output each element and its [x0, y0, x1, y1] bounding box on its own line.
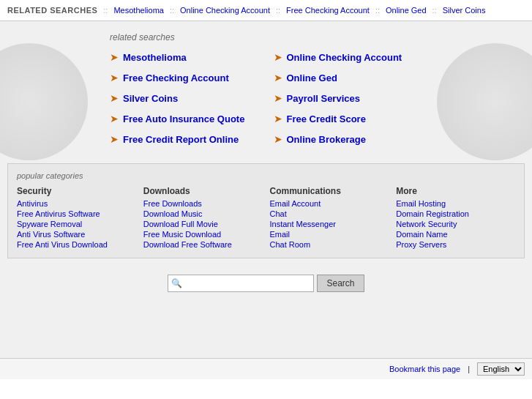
sep2: ::	[170, 6, 174, 15]
search-link-free-checking[interactable]: Free Checking Account	[123, 72, 229, 83]
sep4: ::	[375, 6, 380, 15]
cat-link[interactable]: Proxy Servers	[396, 240, 515, 249]
sep5: ::	[432, 6, 437, 15]
list-item: ➤ Free Credit Report Online	[110, 133, 259, 145]
list-item: ➤ Mesothelioma	[110, 51, 259, 63]
list-item: ➤ Online Ged	[274, 72, 423, 83]
search-link-online-ged[interactable]: Online Ged	[287, 72, 337, 83]
categories-grid: Security Antivirus Free Antivirus Softwa…	[17, 186, 515, 250]
sep3: ::	[276, 6, 280, 15]
search-link-payroll-services[interactable]: Payroll Services	[287, 93, 360, 104]
cat-link[interactable]: Free Anti Virus Download	[17, 240, 136, 249]
cat-link[interactable]: Download Full Movie	[143, 220, 263, 228]
arrow-icon: ➤	[110, 51, 119, 63]
separator: |	[468, 365, 470, 373]
arrow-icon: ➤	[274, 113, 282, 124]
list-item: ➤ Silver Coins	[110, 92, 259, 104]
search-link-auto-insurance[interactable]: Free Auto Insurance Quote	[123, 113, 244, 124]
category-title-more: More	[396, 186, 515, 196]
search-bar: 🔍 Search	[0, 266, 532, 301]
search-link-mesothelioma[interactable]: Mesothelioma	[123, 52, 187, 63]
cat-link[interactable]: Free Music Download	[143, 230, 263, 239]
list-item: ➤ Free Auto Insurance Quote	[110, 113, 259, 124]
related-searches-section: related searches ➤ Mesothelioma ➤ Online…	[0, 21, 532, 152]
cat-link[interactable]: Chat Room	[270, 240, 389, 249]
topbar-link-3[interactable]: Online Ged	[386, 6, 427, 15]
cat-link[interactable]: Email Hosting	[396, 199, 515, 208]
arrow-icon: ➤	[274, 133, 282, 145]
search-icon: 🔍	[171, 278, 182, 288]
search-link-online-brokerage[interactable]: Online Brokerage	[287, 134, 366, 145]
bookmark-link[interactable]: Bookmark this page	[389, 365, 460, 373]
arrow-icon: ➤	[110, 72, 119, 83]
search-button[interactable]: Search	[317, 275, 364, 292]
bottom-bar: Bookmark this page | English	[0, 358, 532, 379]
cat-link[interactable]: Email Account	[270, 199, 389, 208]
cat-link[interactable]: Antivirus	[17, 199, 136, 208]
category-col-downloads: Downloads Free Downloads Download Music …	[143, 186, 263, 250]
search-link-free-credit-score[interactable]: Free Credit Score	[287, 113, 366, 124]
arrow-icon: ➤	[274, 51, 282, 63]
arrow-icon: ➤	[274, 72, 282, 83]
topbar-link-2[interactable]: Free Checking Account	[286, 6, 370, 15]
topbar-link-4[interactable]: Silver Coins	[443, 6, 486, 15]
search-links-grid: ➤ Mesothelioma ➤ Online Checking Account…	[110, 51, 422, 145]
language-select[interactable]: English	[477, 362, 525, 376]
top-bar: RELATED SEARCHES :: Mesothelioma :: Onli…	[0, 0, 532, 21]
category-col-security: Security Antivirus Free Antivirus Softwa…	[17, 186, 136, 250]
arrow-icon: ➤	[110, 113, 119, 124]
popular-categories: popular categories Security Antivirus Fr…	[7, 163, 525, 258]
cat-link[interactable]: Anti Virus Software	[17, 230, 136, 239]
arrow-icon: ➤	[274, 92, 282, 104]
cat-link[interactable]: Domain Registration	[396, 209, 515, 218]
category-title-security: Security	[17, 186, 136, 196]
topbar-link-0[interactable]: Mesothelioma	[113, 6, 163, 15]
cat-link[interactable]: Chat	[270, 209, 389, 218]
search-wrapper: 🔍	[168, 275, 314, 292]
popular-categories-title: popular categories	[17, 171, 515, 180]
category-col-communications: Communications Email Account Chat Instan…	[270, 186, 389, 250]
arrow-icon: ➤	[110, 133, 119, 145]
search-link-online-checking[interactable]: Online Checking Account	[287, 52, 402, 63]
list-item: ➤ Free Credit Score	[274, 113, 423, 124]
search-link-silver-coins[interactable]: Silver Coins	[123, 93, 178, 104]
cat-link[interactable]: Free Antivirus Software	[17, 209, 136, 218]
list-item: ➤ Online Brokerage	[274, 133, 423, 145]
list-item: ➤ Online Checking Account	[274, 51, 423, 63]
sep1: ::	[103, 6, 108, 15]
category-title-communications: Communications	[270, 186, 389, 196]
cat-link[interactable]: Network Security	[396, 220, 515, 228]
cat-link[interactable]: Free Downloads	[143, 199, 263, 208]
main-content: related searches ➤ Mesothelioma ➤ Online…	[0, 21, 532, 358]
cat-link[interactable]: Domain Name	[396, 230, 515, 239]
arrow-icon: ➤	[110, 92, 119, 104]
cat-link[interactable]: Instant Messenger	[270, 220, 389, 228]
search-input[interactable]	[168, 275, 314, 292]
cat-link[interactable]: Spyware Removal	[17, 220, 136, 228]
category-title-downloads: Downloads	[143, 186, 263, 196]
cat-link[interactable]: Download Free Software	[143, 240, 263, 249]
topbar-link-1[interactable]: Online Checking Account	[180, 6, 270, 15]
cat-link[interactable]: Download Music	[143, 209, 263, 218]
cat-link[interactable]: Email	[270, 230, 389, 239]
list-item: ➤ Payroll Services	[274, 92, 423, 104]
list-item: ➤ Free Checking Account	[110, 72, 259, 83]
related-searches-title: related searches	[110, 32, 422, 42]
search-link-credit-report[interactable]: Free Credit Report Online	[123, 134, 239, 145]
related-searches-label: RELATED SEARCHES	[7, 6, 97, 15]
category-col-more: More Email Hosting Domain Registration N…	[396, 186, 515, 250]
